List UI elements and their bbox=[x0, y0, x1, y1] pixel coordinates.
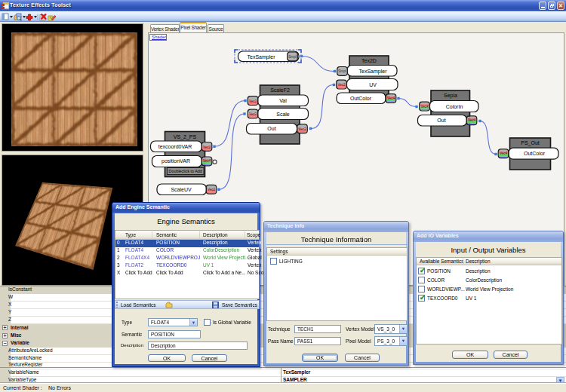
svg-text:OutColor: OutColor bbox=[524, 151, 546, 156]
svg-text:Doubleclick to Add: Doubleclick to Add bbox=[169, 169, 202, 173]
svg-text:ScaleF2: ScaleF2 bbox=[270, 87, 290, 93]
svg-text:positionVAR: positionVAR bbox=[161, 158, 190, 164]
svg-text:PS_Out: PS_Out bbox=[521, 140, 540, 146]
svg-text:Val: Val bbox=[279, 98, 287, 103]
svg-text:TexSampler: TexSampler bbox=[248, 54, 276, 60]
svg-text:ColorIn: ColorIn bbox=[446, 104, 463, 109]
svg-text:texcoord0VAR: texcoord0VAR bbox=[158, 144, 192, 149]
svg-text:Out: Out bbox=[267, 126, 275, 131]
svg-text:ScaleUV: ScaleUV bbox=[171, 187, 192, 192]
svg-text:Tex2D: Tex2D bbox=[361, 58, 377, 63]
svg-text:VS_2_PS: VS_2_PS bbox=[174, 134, 197, 140]
svg-text:Out: Out bbox=[437, 118, 445, 123]
svg-text:UV: UV bbox=[369, 82, 377, 87]
svg-text:Sepia: Sepia bbox=[444, 93, 457, 99]
svg-text:Scale: Scale bbox=[276, 112, 290, 117]
svg-text:TexSampler: TexSampler bbox=[359, 69, 388, 75]
svg-text:OutColor: OutColor bbox=[350, 96, 372, 101]
